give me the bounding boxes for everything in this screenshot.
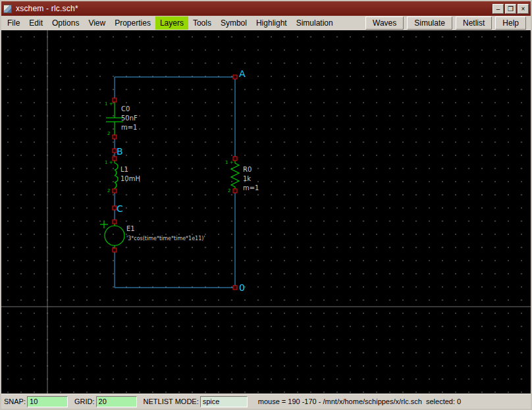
help-button[interactable]: Help: [495, 16, 526, 30]
resistor-mult-label[interactable]: m=1: [243, 184, 259, 192]
pin-marker: [233, 189, 237, 193]
pin-marker: [113, 248, 117, 252]
menu-tools[interactable]: Tools: [188, 16, 216, 30]
snap-label: SNAP:: [4, 397, 26, 405]
resistor-pin2-mark: 2: [228, 188, 230, 193]
menu-options[interactable]: Options: [47, 16, 84, 30]
source-value-label[interactable]: '3*cos(time*time*time*1e11)': [126, 236, 205, 242]
mouse-status-text: mouse = 190 -170 - /mnt/x/home/schippes/…: [258, 397, 461, 405]
menubar: File Edit Options View Properties Layers…: [1, 16, 531, 30]
menu-properties[interactable]: Properties: [110, 16, 155, 30]
window-title: xschem - rlc.sch*: [16, 4, 78, 13]
resistor-zigzag: [231, 163, 239, 187]
inductor-pin1-mark: 1 +: [105, 160, 113, 165]
resistor-ref-label[interactable]: R0: [243, 166, 252, 173]
inductor-pin2-mark: 2: [107, 188, 110, 193]
menu-highlight[interactable]: Highlight: [252, 16, 292, 30]
inductor-ref-label[interactable]: L1: [120, 166, 128, 173]
capacitor-pin1-mark: 1 +: [105, 101, 113, 107]
circuit-wires[interactable]: [115, 77, 235, 288]
maximize-button[interactable]: ❐: [505, 4, 516, 14]
pin-marker: [113, 220, 117, 224]
netlist-mode-input[interactable]: [200, 396, 248, 407]
menu-view[interactable]: View: [84, 16, 110, 30]
waves-button[interactable]: Waves: [365, 16, 404, 30]
inductor-symbol[interactable]: 1 + 2 L1 10mH: [105, 159, 140, 193]
simulate-button[interactable]: Simulate: [407, 16, 452, 30]
inductor-coils: [115, 163, 118, 188]
grid-input[interactable]: [96, 396, 137, 407]
grid-label: GRID:: [74, 397, 95, 405]
netlist-button[interactable]: Netlist: [456, 16, 492, 30]
capacitor-mult-label[interactable]: m=1: [121, 124, 137, 131]
net-label-0[interactable]: 0: [239, 282, 245, 293]
net-label-C[interactable]: C: [117, 203, 123, 214]
menu-edit[interactable]: Edit: [24, 16, 47, 30]
pin-markers: [113, 75, 237, 290]
net-label-B[interactable]: B: [117, 146, 123, 157]
snap-input[interactable]: [27, 396, 68, 407]
net-label-A[interactable]: A: [239, 68, 246, 79]
menu-simulation[interactable]: Simulation: [292, 16, 338, 30]
xschem-window: xschem - rlc.sch* – ❐ × File Edit Option…: [0, 0, 532, 410]
capacitor-value-label[interactable]: 50nF: [121, 115, 138, 122]
netlist-mode-label: NETLIST MODE:: [144, 397, 199, 405]
pin-marker: [233, 286, 237, 290]
source-plus-polarity-icon: [100, 220, 108, 228]
capacitor-ref-label[interactable]: C0: [121, 105, 130, 113]
schematic-canvas[interactable]: 1 + 2 C0 50nF m=1 1 + 2 L1 10mH: [1, 30, 531, 394]
menu-layers[interactable]: Layers: [155, 16, 188, 30]
voltage-source-symbol[interactable]: E1 '3*cos(time*time*time*1e11)': [100, 220, 205, 250]
capacitor-pin2-mark: 2: [107, 131, 110, 136]
menu-file[interactable]: File: [3, 16, 24, 30]
source-ref-label[interactable]: E1: [126, 225, 135, 232]
pin-marker: [233, 157, 237, 161]
resistor-symbol[interactable]: 1 + 2 R0 1k m=1: [225, 159, 259, 193]
close-button[interactable]: ×: [518, 4, 529, 14]
schematic-drawing: 1 + 2 C0 50nF m=1 1 + 2 L1 10mH: [1, 30, 531, 394]
pin-marker: [113, 98, 117, 102]
pin-marker: [113, 135, 117, 139]
app-icon: [3, 5, 12, 13]
inductor-value-label[interactable]: 10mH: [120, 175, 140, 182]
statusbar: SNAP: GRID: NETLIST MODE: mouse = 190 -1…: [1, 394, 531, 409]
capacitor-symbol[interactable]: 1 + 2 C0 50nF m=1: [105, 100, 138, 137]
pin-marker: [113, 189, 117, 193]
minimize-button[interactable]: –: [492, 4, 504, 14]
window-controls: – ❐ ×: [492, 4, 529, 14]
pin-marker: [113, 157, 117, 161]
resistor-value-label[interactable]: 1k: [243, 175, 251, 182]
titlebar[interactable]: xschem - rlc.sch* – ❐ ×: [1, 1, 531, 16]
menu-symbol[interactable]: Symbol: [216, 16, 252, 30]
pin-marker: [233, 75, 237, 79]
resistor-pin1-mark: 1 +: [225, 160, 234, 165]
source-circle: [105, 226, 124, 245]
